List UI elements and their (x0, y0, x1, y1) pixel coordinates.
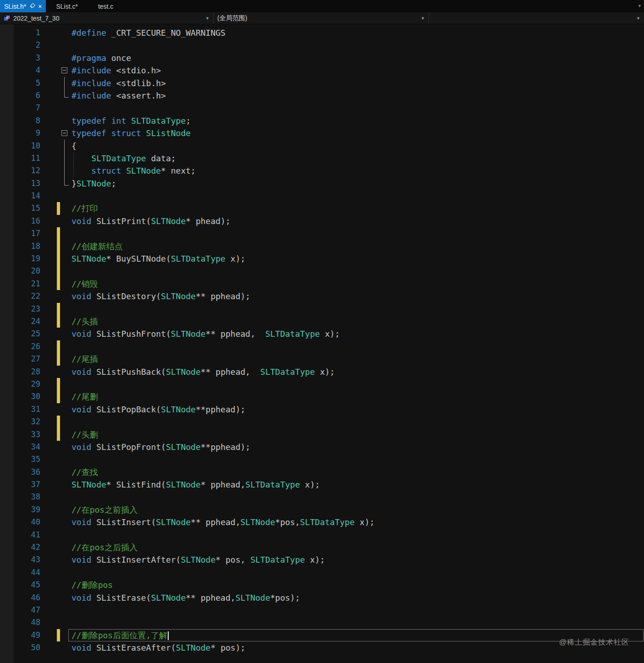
fold-margin (60, 390, 70, 403)
line-number: 42 (14, 541, 41, 553)
project-dropdown[interactable]: 2022_test_7_30 ▼ (0, 12, 214, 24)
line-number: 6 (14, 89, 41, 102)
code-line[interactable]: 29 (0, 378, 644, 390)
code-line[interactable]: 20 (0, 265, 644, 277)
fold-margin (60, 190, 70, 202)
change-indicator (57, 541, 60, 553)
code-line[interactable]: 33//头删 (0, 428, 644, 441)
code-line[interactable]: 24//头插 (0, 315, 644, 328)
fold-collapse-icon[interactable] (60, 64, 70, 77)
code-text: //删除pos后面位置,了解 (70, 629, 644, 641)
code-line[interactable]: 50void SListEraseAfter(SLTNode* pos); (0, 641, 644, 654)
code-line[interactable]: 22void SListDestory(SLTNode** pphead); (0, 290, 644, 302)
fold-margin (60, 629, 70, 641)
fold-margin (60, 416, 70, 428)
fold-margin (60, 453, 70, 466)
code-line[interactable]: 12 struct SLTNode* next; (0, 164, 644, 177)
fold-margin (60, 252, 70, 265)
code-line[interactable]: 8typedef int SLTDataType; (0, 115, 644, 127)
code-text: //销毁 (70, 278, 644, 290)
code-line[interactable]: 47 (0, 604, 644, 616)
tab-test-c[interactable]: test.c (88, 0, 123, 12)
line-number: 21 (14, 278, 41, 290)
code-text: //删除pos (70, 579, 644, 591)
line-number: 14 (14, 190, 41, 202)
code-line[interactable]: 5#include <stdlib.h> (0, 77, 644, 89)
code-line[interactable]: 39//在pos之前插入 (0, 504, 644, 516)
line-number: 47 (14, 604, 41, 616)
member-dropdown[interactable]: ▼ (429, 12, 644, 24)
code-line[interactable]: 30//尾删 (0, 390, 644, 403)
line-number: 28 (14, 366, 41, 378)
code-line[interactable]: 10{ (0, 140, 644, 152)
change-indicator (57, 529, 60, 541)
tab-slist-c[interactable]: SList.c* (46, 0, 88, 12)
code-line[interactable]: 35 (0, 453, 644, 466)
code-line[interactable]: 28void SListPushBack(SLTNode** pphead, S… (0, 366, 644, 378)
code-text: void SListPopBack(SLTNode**pphead); (70, 403, 644, 416)
code-line[interactable]: 18//创建新结点 (0, 240, 644, 252)
line-number: 37 (14, 478, 41, 491)
code-line[interactable]: 16void SListPrint(SLTNode* phead); (0, 215, 644, 227)
code-line[interactable]: 15//打印 (0, 202, 644, 214)
fold-margin (60, 164, 70, 177)
code-line[interactable]: 2 (0, 39, 644, 51)
code-line[interactable]: 36//查找 (0, 466, 644, 478)
code-line[interactable]: 9typedef struct SListNode (0, 127, 644, 139)
code-line[interactable]: 40void SListInsert(SLTNode** pphead,SLTN… (0, 516, 644, 528)
code-line[interactable]: 3#pragma once (0, 52, 644, 64)
line-number: 41 (14, 529, 41, 541)
code-editor[interactable]: 1#define _CRT_SECURE_NO_WARNINGS23#pragm… (0, 24, 644, 663)
code-line[interactable]: 45//删除pos (0, 579, 644, 591)
code-line[interactable]: 37SLTNode* SListFind(SLTNode* pphead,SLT… (0, 478, 644, 491)
change-indicator (57, 441, 60, 453)
line-number: 27 (14, 353, 41, 365)
code-line[interactable]: 34void SListPopFront(SLTNode**pphead); (0, 441, 644, 453)
code-line[interactable]: 26 (0, 340, 644, 353)
code-line[interactable]: 17 (0, 227, 644, 240)
line-number: 30 (14, 390, 41, 403)
code-line[interactable]: 13}SLTNode; (0, 177, 644, 190)
code-line[interactable]: 4#include <stdio.h> (0, 64, 644, 77)
line-number: 48 (14, 616, 41, 629)
pin-icon[interactable] (29, 3, 35, 9)
line-number: 24 (14, 315, 41, 328)
tab-label: SList.c* (56, 3, 77, 10)
close-icon[interactable]: × (38, 3, 42, 10)
scope-dropdown[interactable]: (全局范围) ▼ (214, 12, 429, 24)
code-line[interactable]: 7 (0, 102, 644, 114)
code-text: //尾插 (70, 353, 644, 365)
code-line[interactable]: 44 (0, 566, 644, 579)
code-line[interactable]: 19SLTNode* BuySLTNode(SLTDataType x); (0, 252, 644, 265)
code-line[interactable]: 1#define _CRT_SECURE_NO_WARNINGS (0, 27, 644, 39)
code-line[interactable]: 23 (0, 303, 644, 315)
code-line[interactable]: 11 SLTDataType data; (0, 152, 644, 164)
code-line[interactable]: 32 (0, 416, 644, 428)
fold-margin (60, 353, 70, 365)
change-indicator (57, 504, 60, 516)
code-line[interactable]: 27//尾插 (0, 353, 644, 365)
tab-slist-h[interactable]: SList.h* × (0, 0, 46, 12)
fold-collapse-icon[interactable] (60, 127, 70, 139)
code-text: void SListInsert(SLTNode** pphead,SLTNod… (70, 516, 644, 528)
code-line[interactable]: 48 (0, 616, 644, 629)
code-line[interactable]: 46void SListErase(SLTNode** pphead,SLTNo… (0, 592, 644, 604)
code-line[interactable]: 31void SListPopBack(SLTNode**pphead); (0, 403, 644, 416)
change-indicator (57, 390, 60, 403)
line-number: 11 (14, 152, 41, 164)
fold-margin (60, 491, 70, 503)
code-line[interactable]: 42//在pos之后插入 (0, 541, 644, 553)
code-line[interactable]: 41 (0, 529, 644, 541)
code-line[interactable]: 6#include <assert.h> (0, 89, 644, 102)
code-line[interactable]: 14 (0, 190, 644, 202)
code-line[interactable]: 25void SListPushFront(SLTNode** pphead, … (0, 328, 644, 340)
line-number: 7 (14, 102, 41, 114)
code-line[interactable]: 38 (0, 491, 644, 503)
code-line[interactable]: 43void SListInsertAfter(SLTNode* pos, SL… (0, 553, 644, 566)
code-line[interactable]: 21//销毁 (0, 278, 644, 290)
code-line[interactable]: 49//删除pos后面位置,了解 (0, 629, 644, 641)
change-indicator (57, 604, 60, 616)
fold-margin (60, 579, 70, 591)
fold-margin (60, 227, 70, 240)
tab-overflow-icon[interactable]: ▼ (638, 4, 642, 8)
